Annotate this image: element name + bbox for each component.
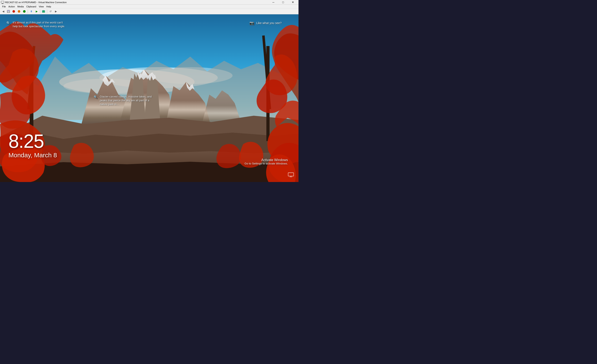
close-button[interactable]: ✕ [288, 0, 298, 5]
play-button[interactable]: ▶ [34, 9, 39, 14]
menu-action[interactable]: Action [7, 5, 16, 8]
activate-windows-subtitle: Go to Settings to activate Windows. [245, 162, 288, 165]
resume-button[interactable] [22, 9, 27, 14]
spotlight-description-top: 🔍 It's almost as if this part of the wor… [6, 21, 65, 28]
title-bar-left: RECAST-02 on HYPERVAMD - Virtual Machine… [1, 1, 67, 4]
toolbar: ◀ ⏸ ▶ ↺ ▶ [0, 8, 298, 14]
window-title: RECAST-02 on HYPERVAMD - Virtual Machine… [5, 1, 67, 4]
separator-2 [40, 9, 40, 13]
svg-rect-21 [288, 173, 294, 176]
pause-button[interactable]: ⏸ [29, 9, 34, 14]
svg-point-10 [43, 11, 44, 12]
menu-file[interactable]: File [1, 5, 7, 8]
screen-icon [288, 173, 294, 178]
menu-bar: File Action Media Clipboard View Help [0, 5, 298, 8]
separator-1 [28, 9, 28, 13]
minimize-button[interactable]: ─ [268, 0, 278, 5]
svg-point-6 [12, 10, 15, 13]
like-section[interactable]: 📷 Like what you see? [250, 21, 282, 25]
vm-viewport[interactable]: 🔍 It's almost as if this part of the wor… [0, 14, 298, 182]
menu-help[interactable]: Help [45, 5, 52, 8]
forward-button[interactable]: ▶ [54, 9, 58, 14]
activate-windows-section: Activate Windows Go to Settings to activ… [245, 158, 288, 165]
like-label: Like what you see? [256, 21, 282, 25]
menu-media[interactable]: Media [16, 5, 25, 8]
menu-view[interactable]: View [37, 5, 45, 8]
svg-rect-5 [8, 11, 9, 12]
snapshot-button[interactable] [41, 9, 46, 14]
search-icon-top: 🔍 [6, 21, 11, 25]
spotlight-text-center: Glacier-carved valleys, massive lakes, a… [100, 95, 157, 106]
camera-icon: 📷 [250, 21, 254, 25]
clock-time: 8:25 [8, 132, 57, 151]
svg-point-8 [23, 10, 26, 13]
svg-point-7 [18, 10, 20, 13]
back-button[interactable]: ◀ [1, 9, 6, 14]
title-bar: RECAST-02 on HYPERVAMD - Virtual Machine… [0, 0, 298, 5]
stop-button[interactable] [11, 9, 16, 14]
clock-section: 8:25 Monday, March 8 [8, 132, 57, 159]
svg-rect-0 [1, 1, 4, 3]
revert-button[interactable]: ↺ [48, 9, 53, 14]
svg-rect-4 [8, 10, 9, 11]
hibernate-button[interactable] [17, 9, 21, 14]
search-icon-center: 🔍 [94, 95, 98, 99]
svg-rect-11 [43, 10, 44, 11]
maximize-button[interactable]: □ [278, 0, 288, 5]
vm-icon [1, 1, 4, 4]
menu-clipboard[interactable]: Clipboard [25, 5, 37, 8]
activate-windows-title: Activate Windows [245, 158, 288, 162]
clock-date: Monday, March 8 [8, 152, 57, 159]
spotlight-text-top: It's almost as if this part of the world… [13, 21, 65, 28]
separator-3 [47, 9, 47, 13]
spotlight-description-center: 🔍 Glacier-carved valleys, massive lakes,… [94, 95, 157, 106]
save-button[interactable] [6, 9, 11, 14]
title-bar-controls: ─ □ ✕ [268, 0, 298, 5]
